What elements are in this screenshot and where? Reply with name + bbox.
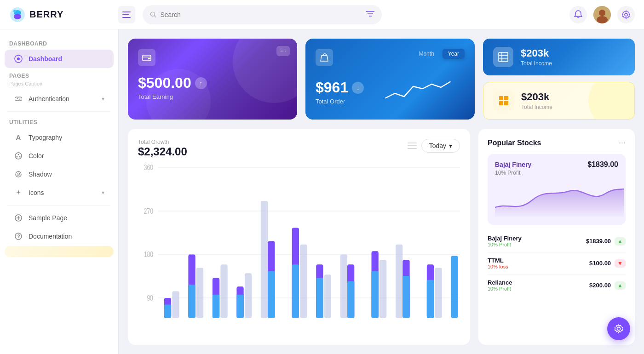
stat-card-yellow: $203k Total Income (483, 82, 635, 120)
right-stats: $203k Total Income $203k (483, 39, 635, 120)
stock-bajaj-info: Bajaj Finery 10% Profit (488, 235, 522, 247)
sidebar-item-icons[interactable]: Icons ▾ (5, 184, 114, 201)
svg-rect-65 (268, 271, 275, 318)
svg-rect-59 (220, 264, 227, 318)
svg-rect-77 (380, 260, 386, 318)
svg-rect-31 (148, 58, 150, 59)
svg-point-19 (18, 154, 19, 155)
today-filter-button[interactable]: Today ▾ (421, 139, 460, 153)
color-palette-icon (15, 152, 22, 160)
topbar: BERRY (0, 0, 644, 29)
svg-rect-58 (213, 295, 219, 318)
filter-button[interactable] (366, 11, 374, 18)
stocks-more-button[interactable]: ··· (619, 138, 626, 148)
stat-yellow-amount: $203k (521, 91, 552, 103)
svg-rect-56 (196, 268, 203, 318)
svg-rect-78 (396, 245, 402, 318)
sidebar-item-typography[interactable]: A Typography (5, 128, 114, 146)
chart-controls: Today ▾ (408, 139, 460, 153)
hamburger-button[interactable] (118, 6, 135, 23)
authentication-icon (14, 95, 23, 103)
grid-icon (498, 95, 509, 106)
earning-more-button[interactable]: ··· (276, 46, 290, 56)
svg-point-20 (17, 156, 18, 158)
notification-button[interactable] (569, 6, 587, 23)
search-input[interactable] (160, 11, 362, 18)
svg-rect-63 (261, 201, 268, 318)
bajaj-up-badge: ▲ (615, 237, 626, 246)
order-card: Month Year $961 ↓ Total Order (305, 39, 475, 120)
sidebar-dashboard-label: Dashboard (29, 55, 104, 63)
fab-settings-button[interactable] (607, 317, 630, 340)
sidebar-item-color[interactable]: Color (5, 147, 114, 165)
sidebar-item-authentication[interactable]: Authentication ▾ (5, 90, 114, 108)
stock-featured: Bajaj Finery $1839.00 10% Profit (488, 154, 626, 225)
order-card-bottom: $961 ↓ Total Order (316, 71, 465, 105)
svg-rect-70 (316, 278, 323, 318)
svg-rect-36 (499, 96, 503, 100)
topbar-right (569, 6, 635, 23)
svg-point-18 (15, 153, 22, 159)
stock-reliance-price-group: $200.00 ▲ (589, 281, 626, 290)
sidebar-section-utilities: Utilities (0, 115, 118, 127)
svg-rect-61 (236, 295, 243, 318)
chart-amount: $2,324.00 (138, 145, 187, 158)
chart-title-label: Total Growth (138, 139, 187, 145)
stat-blue-text: $203k Total Income (521, 47, 552, 67)
reliance-up-badge: ▲ (615, 281, 626, 290)
svg-rect-84 (451, 256, 458, 318)
svg-rect-83 (435, 268, 442, 318)
svg-text:360: 360 (144, 164, 153, 172)
sidebar-item-documentation[interactable]: ? Documentation (5, 228, 114, 245)
sidebar-item-shadow[interactable]: Shadow (5, 166, 114, 183)
sidebar-item-dashboard[interactable]: Dashboard (5, 50, 114, 68)
dashboard-icon (14, 55, 23, 63)
sample-page-icon (14, 214, 23, 222)
stock-reliance-info: Reliance 10% Profit (488, 279, 512, 291)
svg-rect-38 (499, 101, 503, 105)
avatar[interactable] (593, 6, 611, 23)
chart-title-group: Total Growth $2,324.00 (138, 139, 187, 158)
order-amount: $961 ↓ (316, 79, 364, 96)
sidebar-color-label: Color (29, 152, 104, 160)
settings-button[interactable] (617, 6, 635, 23)
help-circle-icon: ? (15, 233, 22, 240)
pages-caption: Pages Caption (0, 81, 118, 89)
svg-rect-68 (300, 245, 307, 318)
svg-rect-62 (245, 273, 252, 318)
svg-point-85 (617, 327, 621, 331)
order-card-top: Month Year (316, 49, 465, 66)
earning-label: Total Earning (138, 93, 287, 100)
sidebar-icons-label: Icons (29, 189, 96, 196)
order-card-icon (316, 49, 333, 66)
year-toggle-button[interactable]: Year (443, 49, 465, 59)
featured-mini-chart (495, 180, 624, 217)
order-badge: ↓ (352, 82, 364, 94)
stock-featured-top: Bajaj Finery $1839.00 (495, 160, 618, 169)
svg-rect-74 (347, 281, 354, 318)
bar-chart: 360 270 180 90 (138, 161, 460, 335)
sidebar-item-sample-page[interactable]: Sample Page (5, 209, 114, 227)
stocks-header: Popular Stocks ··· (488, 138, 626, 148)
stat-yellow-text: $203k Total Income (521, 91, 552, 110)
order-toggle: Month Year (413, 49, 465, 59)
svg-text:180: 180 (144, 251, 153, 259)
month-toggle-button[interactable]: Month (413, 49, 439, 59)
filter-icon (366, 11, 374, 17)
icons-icon (14, 189, 23, 196)
svg-point-13 (599, 10, 605, 16)
svg-rect-52 (164, 305, 171, 318)
earning-card: ··· $500.00 ↑ Total Earning (128, 39, 297, 120)
sidebar-sample-label: Sample Page (29, 214, 104, 222)
svg-text:270: 270 (144, 207, 153, 215)
stat-yellow-icon (494, 91, 514, 111)
order-label: Total Order (316, 98, 364, 105)
earning-card-icon (138, 49, 155, 66)
search-icon (150, 11, 156, 18)
sidebar-bottom-widget[interactable] (5, 246, 114, 257)
sidebar-docs-label: Documentation (29, 233, 104, 240)
sidebar-divider-2 (7, 205, 111, 206)
sidebar-auth-label: Authentication (29, 95, 96, 103)
featured-stock-name: Bajaj Finery (495, 161, 531, 168)
color-icon (14, 152, 23, 160)
